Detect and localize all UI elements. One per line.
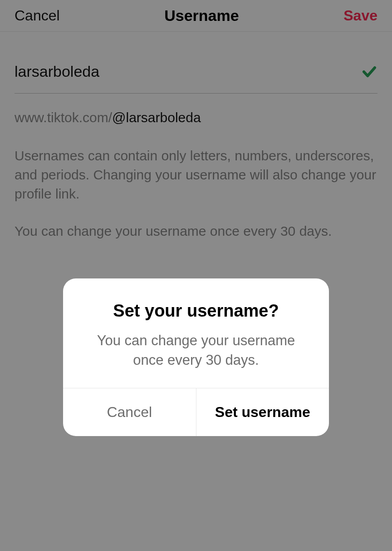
dialog-actions: Cancel Set username: [63, 388, 329, 436]
dialog-cancel-button[interactable]: Cancel: [63, 388, 196, 436]
modal-overlay[interactable]: Set your username? You can change your u…: [0, 0, 392, 551]
dialog-message: You can change your username once every …: [81, 331, 311, 370]
dialog-body: Set your username? You can change your u…: [63, 278, 329, 388]
dialog-confirm-button[interactable]: Set username: [196, 388, 329, 436]
confirm-dialog: Set your username? You can change your u…: [63, 278, 329, 437]
dialog-title: Set your username?: [81, 301, 311, 321]
